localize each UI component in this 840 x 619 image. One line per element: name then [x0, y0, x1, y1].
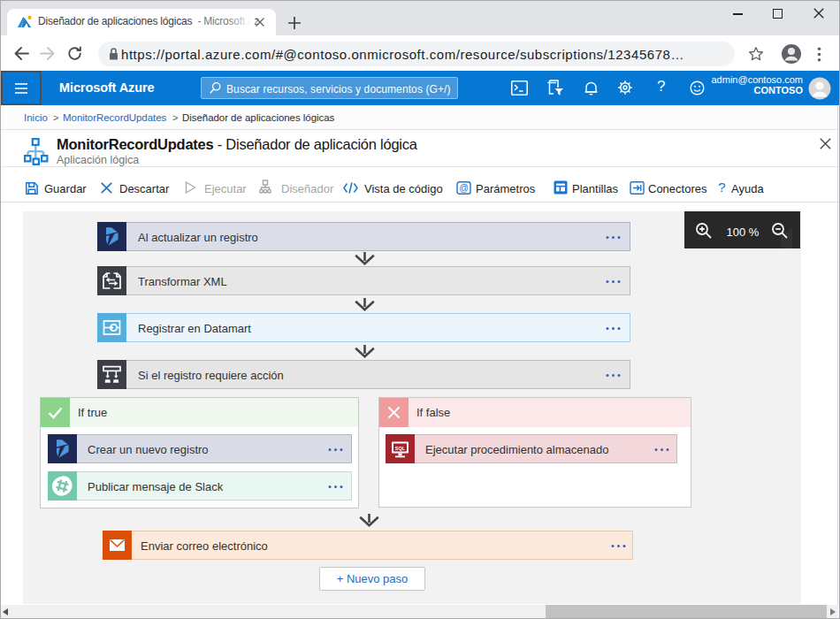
svg-text:SQL: SQL	[395, 446, 406, 451]
svg-text:@: @	[459, 182, 469, 193]
